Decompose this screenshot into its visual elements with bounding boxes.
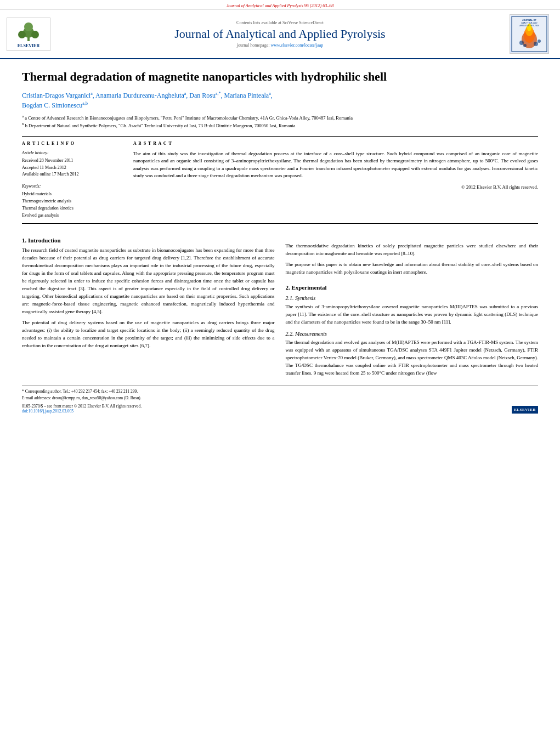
authors-line: Cristian-Dragos Varganicia, Anamaria Dur… <box>22 90 538 110</box>
email-note: E-mail addresses: drosu@icmpp.ro, dan_ro… <box>22 395 538 400</box>
affil-a4: a <box>269 91 271 96</box>
article-info-abstract: A R T I C L E I N F O Article history: R… <box>22 141 538 219</box>
copyright-line: © 2012 Elsevier B.V. All rights reserved… <box>133 184 538 190</box>
svg-text:APPLIED PYROLYSIS: APPLIED PYROLYSIS <box>519 25 539 27</box>
affiliation-b-text: b Department of Natural and Synthetic Po… <box>25 123 296 128</box>
synthesis-title-text: Synthesis <box>295 295 315 301</box>
journal-cover-image: JOURNAL OF ANALYTICAL AND APPLIED PYROLY… <box>510 14 549 54</box>
intro-paragraph-2: The potential of drug delivery systems b… <box>22 319 275 350</box>
top-header: ELSEVIER Contents lists available at Sci… <box>0 10 560 59</box>
article-history-label: Article history: <box>22 150 123 155</box>
article-info-label: A R T I C L E I N F O <box>22 141 123 146</box>
accepted-date: Accepted 11 March 2012 <box>22 165 123 172</box>
received-date: Received 28 November 2011 <box>22 157 123 165</box>
affiliations-block: a a Centre of Advanced Research in Biona… <box>22 114 538 129</box>
corresponding-author-note: * Corresponding author. Tel.: +40 232 21… <box>22 389 538 394</box>
affil-a1: a <box>90 91 93 96</box>
journal-title: Journal of Analytical and Applied Pyroly… <box>56 27 504 41</box>
affil-ab: a,b <box>82 101 88 106</box>
affil-sup-b: b <box>22 122 24 126</box>
abstract-text: The aim of this study was the investigat… <box>133 150 538 180</box>
page: Journal of Analytical and Applied Pyroly… <box>0 0 560 741</box>
keyword-4: Evolved gas analysis <box>22 212 123 219</box>
abstract-col: A B S T R A C T The aim of this study wa… <box>133 141 538 219</box>
article-title: Thermal degradation of magnetite nanopar… <box>22 69 538 85</box>
experimental-number: 2. <box>286 284 290 291</box>
affiliation-b: b b Department of Natural and Synthetic … <box>22 121 538 129</box>
svg-point-12 <box>523 44 527 47</box>
elsevier-tree-icon <box>12 20 45 42</box>
experimental-title-text: Experimental <box>292 284 327 291</box>
author-varganici: Cristian-Dragos Varganici <box>22 92 90 99</box>
abstract-label: A B S T R A C T <box>133 141 538 146</box>
synthesis-title: 2.1. Synthesis <box>286 295 539 301</box>
intro-right-paragraph-2: The purpose of this paper is to obtain n… <box>286 261 539 276</box>
synthesis-text: The synthesis of 3-aminopropyltriethoxys… <box>286 303 539 326</box>
intro-title: 1. Introduction <box>22 237 275 244</box>
page-footer: * Corresponding author. Tel.: +40 232 21… <box>22 385 538 414</box>
body-col-left: 1. Introduction The research field of co… <box>22 231 275 377</box>
journal-strip-text: Journal of Analytical and Applied Pyroly… <box>227 3 333 8</box>
separator-2 <box>22 223 538 224</box>
author-pinteala: Mariana Pinteala <box>224 92 269 99</box>
svg-text:ANALYTICAL AND: ANALYTICAL AND <box>521 22 538 24</box>
footer-bottom: 0165-2370/$ – see front matter © 2012 El… <box>22 404 538 414</box>
journal-strip: Journal of Analytical and Applied Pyroly… <box>0 0 560 10</box>
keyword-1: Hybrid materials <box>22 191 123 198</box>
intro-title-text: Introduction <box>28 237 61 244</box>
measurements-title-text: Measurements <box>295 331 327 337</box>
keywords-label: Keywords: <box>22 184 123 189</box>
measurements-text: The thermal degradation and evolved gas … <box>286 339 539 377</box>
svg-text:JOURNAL OF: JOURNAL OF <box>522 19 536 21</box>
author-durdureanu: Anamaria Durdureanu-Angheluta <box>95 92 184 99</box>
measurements-title: 2.2. Measurements <box>286 331 539 337</box>
svg-point-4 <box>24 22 33 31</box>
author-simionescu: Bogdan C. Simionescu <box>22 101 82 109</box>
keyword-2: Thermogravimetric analysis <box>22 198 123 205</box>
sciverse-text: Contents lists available at SciVerse Sci… <box>56 20 504 25</box>
svg-point-2 <box>18 31 26 38</box>
separator-1 <box>22 136 538 137</box>
homepage-url[interactable]: www.elsevier.com/locate/jaap <box>270 43 323 48</box>
cover-svg: JOURNAL OF ANALYTICAL AND APPLIED PYROLY… <box>511 15 548 53</box>
affiliation-a-text: a Centre of Advanced Research in Bionano… <box>25 115 353 120</box>
intro-number: 1. <box>22 237 26 244</box>
affil-a2: a <box>184 91 186 96</box>
elsevier-logo: ELSEVIER <box>7 18 50 51</box>
author-rosu: Dan Rosu <box>189 92 216 99</box>
article-info-col: A R T I C L E I N F O Article history: R… <box>22 141 123 219</box>
measurements-number: 2.2. <box>286 331 294 337</box>
doi-line[interactable]: doi:10.1016/j.jaap.2012.03.005 <box>22 409 142 414</box>
affil-a3: a,* <box>216 91 221 96</box>
elsevier-text: ELSEVIER <box>18 43 39 48</box>
svg-point-13 <box>534 42 538 46</box>
elsevier-badge: ELSEVIER <box>512 406 538 414</box>
issn-line: 0165-2370/$ – see front matter © 2012 El… <box>22 404 142 409</box>
available-date: Available online 17 March 2012 <box>22 171 123 178</box>
elsevier-badge-text: ELSEVIER <box>514 408 535 412</box>
main-content: Thermal degradation of magnetite nanopar… <box>0 59 560 423</box>
journal-homepage: journal homepage: www.elsevier.com/locat… <box>56 43 504 48</box>
synthesis-number: 2.1. <box>286 295 294 301</box>
elsevier-logo-bottom: ELSEVIER <box>512 406 538 414</box>
intro-right-paragraph-1: The thermooxidative degradation kinetics… <box>286 242 539 258</box>
affiliation-a: a a Centre of Advanced Research in Biona… <box>22 114 538 122</box>
affil-sup-a: a <box>22 114 24 118</box>
experimental-title: 2. Experimental <box>286 284 539 291</box>
header-center: Contents lists available at SciVerse Sci… <box>56 20 504 48</box>
svg-point-14 <box>538 39 541 43</box>
keyword-3: Thermal degradation kinetics <box>22 205 123 212</box>
svg-point-3 <box>31 31 39 38</box>
body-content: 1. Introduction The research field of co… <box>22 231 538 377</box>
intro-paragraph-1: The research field of coated magnetite n… <box>22 247 275 315</box>
footer-bottom-left: 0165-2370/$ – see front matter © 2012 El… <box>22 404 142 414</box>
svg-point-11 <box>519 41 524 45</box>
body-col-right: The thermooxidative degradation kinetics… <box>286 231 539 377</box>
